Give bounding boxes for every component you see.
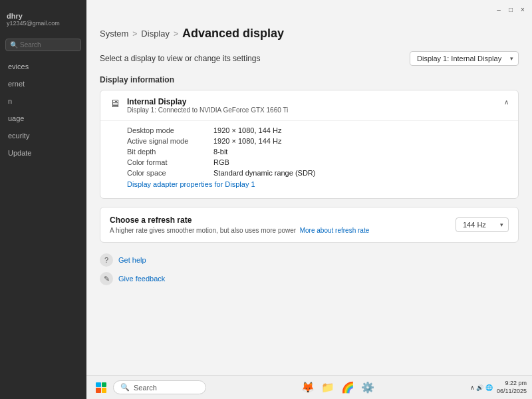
- search-icon: 🔍: [10, 41, 18, 49]
- chevron-up-icon: ∧: [504, 98, 509, 106]
- display-selector[interactable]: Display 1: Internal Display: [410, 51, 519, 66]
- detail-label-bitdepth: Bit depth: [127, 148, 213, 156]
- give-feedback-label: Give feedback: [118, 275, 165, 283]
- get-help-label: Get help: [118, 256, 146, 264]
- display-info-text: Internal Display Display 1: Connected to…: [127, 97, 288, 114]
- taskbar-time-value: 9:22 pm: [497, 380, 527, 388]
- detail-label-signal: Active signal mode: [127, 137, 213, 145]
- taskbar-app-1[interactable]: 🦊: [299, 379, 317, 396]
- refresh-rate-link[interactable]: More about refresh rate: [300, 227, 370, 234]
- sidebar-user: dhry y12345@gmail.com: [0, 5, 86, 36]
- sidebar-item-devices[interactable]: evices: [0, 58, 86, 75]
- refresh-left: Choose a refresh rate A higher rate give…: [110, 215, 369, 234]
- adapter-properties-link[interactable]: Display adapter properties for Display 1: [127, 178, 509, 190]
- taskbar-app-2[interactable]: 📁: [319, 379, 336, 396]
- start-button[interactable]: [92, 378, 110, 397]
- taskbar-search[interactable]: 🔍 Search: [113, 380, 206, 394]
- taskbar-system-icons: ∧ 🔊 🌐: [470, 384, 493, 391]
- sidebar-item-security[interactable]: ecurity: [0, 127, 86, 144]
- sidebar-username: dhry: [7, 12, 80, 20]
- refresh-rate-box: Choose a refresh rate A higher rate give…: [100, 207, 519, 243]
- sidebar-item-usage[interactable]: uage: [0, 110, 86, 127]
- detail-value-desktop: 1920 × 1080, 144 Hz: [213, 126, 281, 134]
- select-display-label: Select a display to view or change its s…: [100, 54, 260, 63]
- give-feedback-icon: ✎: [100, 272, 113, 285]
- refresh-title: Choose a refresh rate: [110, 215, 369, 225]
- detail-row-desktop: Desktop mode 1920 × 1080, 144 Hz: [127, 125, 509, 136]
- page-title: Advanced display: [182, 27, 284, 41]
- taskbar-clock: 9:22 pm 06/11/2025: [497, 380, 527, 395]
- display-details-panel: Desktop mode 1920 × 1080, 144 Hz Active …: [100, 120, 518, 198]
- detail-value-bitdepth: 8-bit: [213, 148, 227, 156]
- monitor-icon: 🖥: [110, 98, 120, 110]
- refresh-dropdown-wrapper: 144 Hz ▾: [456, 217, 509, 232]
- taskbar: 🔍 Search 🦊 📁 🌈 ⚙️ ∧ 🔊 🌐 9:22 pm 06/11/20…: [86, 375, 532, 399]
- display-name: Internal Display: [127, 97, 288, 106]
- detail-row-signal: Active signal mode 1920 × 1080, 144 Hz: [127, 136, 509, 146]
- detail-label-colorspace: Color space: [127, 169, 213, 177]
- taskbar-date-value: 06/11/2025: [497, 388, 527, 396]
- detail-row-colorspace: Color space Standard dynamic range (SDR): [127, 168, 509, 178]
- content-area: System > Display > Advanced display Sele…: [86, 19, 532, 375]
- taskbar-search-label: Search: [134, 384, 157, 392]
- main-area: – □ × System > Display > Advanced displa…: [86, 0, 532, 399]
- sidebar-search-box[interactable]: 🔍: [5, 39, 81, 51]
- windows-logo-icon: [96, 382, 106, 393]
- minimize-button[interactable]: –: [495, 5, 503, 13]
- refresh-rate-selector[interactable]: 144 Hz: [456, 217, 509, 232]
- select-display-row: Select a display to view or change its s…: [100, 51, 519, 66]
- restore-button[interactable]: □: [507, 5, 515, 13]
- display-information-title: Display information: [100, 75, 519, 84]
- display-info-header-left: 🖥 Internal Display Display 1: Connected …: [110, 97, 288, 114]
- get-help-icon: ?: [100, 253, 113, 267]
- taskbar-center-apps: 🦊 📁 🌈 ⚙️: [209, 379, 467, 396]
- close-button[interactable]: ×: [519, 5, 527, 13]
- taskbar-app-3[interactable]: 🌈: [339, 379, 356, 396]
- breadcrumb-sep1: >: [132, 29, 137, 39]
- breadcrumb: System > Display > Advanced display: [100, 27, 519, 41]
- detail-label-desktop: Desktop mode: [127, 126, 213, 134]
- detail-value-colorspace: Standard dynamic range (SDR): [213, 169, 315, 177]
- breadcrumb-display[interactable]: Display: [141, 29, 170, 39]
- taskbar-search-icon: 🔍: [120, 383, 130, 392]
- sidebar-item-n[interactable]: n: [0, 92, 86, 110]
- breadcrumb-sep2: >: [174, 29, 178, 39]
- help-links: ? Get help ✎ Give feedback: [100, 253, 519, 285]
- taskbar-app-4[interactable]: ⚙️: [359, 379, 376, 396]
- taskbar-right: ∧ 🔊 🌐 9:22 pm 06/11/2025: [470, 380, 527, 395]
- detail-row-colorformat: Color format RGB: [127, 157, 509, 168]
- detail-label-colorformat: Color format: [127, 158, 213, 166]
- detail-value-signal: 1920 × 1080, 144 Hz: [213, 137, 281, 145]
- sidebar-search-input[interactable]: [20, 41, 76, 49]
- refresh-desc: A higher rate gives smoother motion, but…: [110, 227, 369, 234]
- display-sub: Display 1: Connected to NVIDIA GeForce G…: [127, 106, 288, 114]
- sidebar-email: y12345@gmail.com: [7, 20, 80, 27]
- breadcrumb-system[interactable]: System: [100, 29, 128, 39]
- sidebar-item-internet[interactable]: ernet: [0, 75, 86, 92]
- display-selector-wrapper: Display 1: Internal Display ▾: [410, 51, 519, 66]
- give-feedback-item[interactable]: ✎ Give feedback: [100, 272, 519, 285]
- get-help-item[interactable]: ? Get help: [100, 253, 519, 267]
- detail-row-bitdepth: Bit depth 8-bit: [127, 146, 509, 157]
- titlebar: – □ ×: [86, 0, 532, 19]
- sidebar-item-update[interactable]: Update: [0, 144, 86, 162]
- display-info-header[interactable]: 🖥 Internal Display Display 1: Connected …: [100, 90, 518, 120]
- detail-value-colorformat: RGB: [213, 158, 229, 166]
- sidebar: dhry y12345@gmail.com 🔍 evices ernet n u…: [0, 0, 86, 399]
- display-info-box: 🖥 Internal Display Display 1: Connected …: [100, 90, 519, 199]
